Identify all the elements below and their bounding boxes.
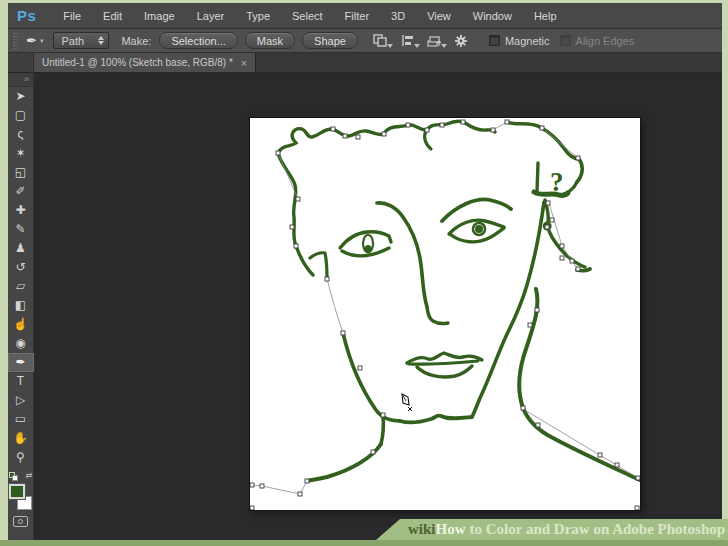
menu-file[interactable]: File [52,10,92,22]
path-anchor-point[interactable] [440,123,444,127]
dodge-tool[interactable]: ◉ [8,334,34,353]
menu-view[interactable]: View [416,10,462,22]
path-anchor-point[interactable] [570,259,574,263]
gear-icon[interactable] [454,34,469,48]
path-anchor-point[interactable] [358,366,362,370]
path-anchor-point[interactable] [260,484,264,488]
path-anchor-point[interactable] [250,506,254,510]
menu-select[interactable]: Select [281,10,334,22]
healing-brush-tool[interactable]: ✚ [8,201,34,220]
tab-bar: Untitled-1 @ 100% (Sketch base, RGB/8) *… [8,53,722,73]
menu-layer[interactable]: Layer [186,10,236,22]
path-anchor-point[interactable] [294,244,298,248]
path-anchor-point[interactable] [406,123,410,127]
eraser-tool[interactable]: ▱ [8,277,34,296]
path-anchor-point[interactable] [535,308,539,312]
menu-image[interactable]: Image [133,10,186,22]
path-anchor-point[interactable] [576,156,580,160]
close-icon[interactable]: × [241,58,247,68]
make-selection-button[interactable]: Selection... [159,32,237,49]
menu-filter[interactable]: Filter [334,10,380,22]
tool-mode-select[interactable]: Path [53,32,109,49]
path-anchor-point[interactable] [382,132,386,136]
path-anchor-point[interactable] [560,256,564,260]
path-anchor-point[interactable] [296,197,300,201]
pen-path-segment [523,409,638,478]
path-anchor-point[interactable] [545,225,549,229]
path-arrange-icon[interactable] [427,34,442,48]
path-anchor-point[interactable] [636,476,640,480]
path-anchor-point[interactable] [305,479,309,483]
path-anchor-point[interactable] [461,120,465,124]
path-anchor-point[interactable] [540,126,544,130]
path-anchor-point[interactable] [615,463,619,467]
path-anchor-point[interactable] [491,128,495,132]
path-anchor-point[interactable] [528,323,532,327]
make-label: Make: [121,35,151,47]
menu-type[interactable]: Type [235,10,281,22]
path-anchor-point[interactable] [425,128,429,132]
path-anchor-point[interactable] [598,453,602,457]
rectangle-tool[interactable]: ▭ [8,410,34,429]
sketch-stroke [278,153,313,275]
color-swatches [9,484,33,510]
path-anchor-point[interactable] [325,277,329,281]
path-anchor-point[interactable] [276,151,280,155]
path-anchor-point[interactable] [536,423,540,427]
eyedropper-tool[interactable]: ✐ [8,182,34,201]
path-anchor-point[interactable] [343,134,347,138]
path-anchor-point[interactable] [290,225,294,229]
menu-3d[interactable]: 3D [380,10,416,22]
path-anchor-point[interactable] [371,450,375,454]
path-anchor-point[interactable] [331,127,335,131]
collapse-panel-icon[interactable]: » [8,73,33,87]
default-colors-icon[interactable] [9,472,18,481]
menu-help[interactable]: Help [523,10,568,22]
screen-mode-icon[interactable] [13,516,28,527]
options-bar-grip[interactable] [11,33,18,49]
sketch-stroke [519,289,640,480]
path-anchor-point[interactable] [505,120,509,124]
path-selection-tool[interactable]: ▷ [8,391,34,410]
magnetic-checkbox[interactable] [489,35,500,46]
gradient-tool[interactable]: ◧ [8,296,34,315]
make-mask-button[interactable]: Mask [245,32,295,49]
path-anchor-point[interactable] [298,492,302,496]
path-anchor-point[interactable] [576,267,580,271]
magic-wand-tool[interactable]: ✶ [8,144,34,163]
history-brush-tool[interactable]: ↺ [8,258,34,277]
clone-stamp-tool[interactable]: ♟ [8,239,34,258]
smudge-tool[interactable]: ☝ [8,315,34,334]
swap-colors-icon[interactable]: ⇄ [26,472,33,480]
hand-tool[interactable]: ✋ [8,429,34,448]
path-anchor-point[interactable] [381,413,385,417]
type-tool[interactable]: T [8,372,34,391]
make-shape-button[interactable]: Shape [302,32,358,49]
crop-tool[interactable]: ◱ [8,163,34,182]
menu-edit[interactable]: Edit [92,10,133,22]
path-anchor-point[interactable] [341,331,345,335]
path-anchor-point[interactable] [521,406,525,410]
path-anchor-point[interactable] [356,135,360,139]
document-tab[interactable]: Untitled-1 @ 100% (Sketch base, RGB/8) *… [34,53,256,72]
document-canvas[interactable]: ? [250,118,640,510]
menu-window[interactable]: Window [462,10,523,22]
path-anchor-point[interactable] [250,483,254,487]
watermark-banner: wikiHow to Color and Draw on Adobe Photo… [376,519,728,540]
tool-preset-dropdown[interactable]: ✒ ▾ [26,33,43,48]
lasso-tool[interactable]: ς [8,125,34,144]
path-operations-icon[interactable] [373,34,388,48]
move-tool[interactable]: ➤ [8,87,34,106]
path-anchor-point[interactable] [560,244,564,248]
sketch-stroke [365,246,370,251]
brush-tool[interactable]: ✎ [8,220,34,239]
path-anchor-point[interactable] [546,201,550,205]
foreground-color-swatch[interactable] [9,484,25,499]
path-anchor-point[interactable] [635,506,639,510]
zoom-tool[interactable]: ⚲ [8,448,34,467]
rectangular-marquee-tool[interactable]: ▢ [8,106,34,125]
path-anchor-point[interactable] [550,218,554,222]
sketch-stroke [442,199,511,221]
path-alignment-icon[interactable] [400,34,415,48]
pen-tool[interactable]: ✒ [8,353,34,372]
